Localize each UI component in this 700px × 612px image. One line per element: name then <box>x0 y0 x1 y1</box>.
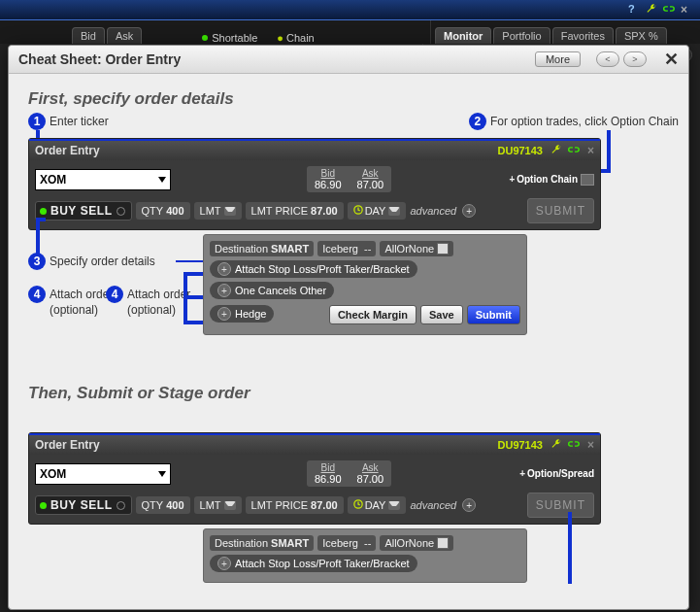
hedge-button[interactable]: +Hedge <box>210 305 274 323</box>
chain-link-icon[interactable] <box>663 3 677 17</box>
destination-select[interactable]: Destination SMART <box>210 535 314 551</box>
help-icon[interactable]: ? <box>628 3 642 17</box>
option-spread-button[interactable]: +Option/Spread <box>519 468 594 479</box>
attach-stop-loss-button[interactable]: +Attach Stop Loss/Proft Taker/Bracket <box>210 260 417 278</box>
order-entry-panel: Order Entry DU97143 × XOM <box>28 138 601 230</box>
order-type-select[interactable]: LMT <box>194 202 242 220</box>
step-4-sublabel: (optional) <box>50 303 113 317</box>
attach-stop-loss-button[interactable]: +Attach Stop Loss/Proft Taker/Bracket <box>210 555 417 572</box>
check-margin-button[interactable]: Check Margin <box>329 305 417 324</box>
sheet-title: Cheat Sheet: Order Entry <box>18 51 181 67</box>
close-button[interactable]: ✕ <box>664 49 679 70</box>
destination-select[interactable]: Destination SMART <box>210 241 314 256</box>
save-button[interactable]: Save <box>420 305 463 324</box>
sheet-body[interactable]: First, specify order details 1 Enter tic… <box>9 74 688 612</box>
limit-price-field[interactable]: LMT PRICE 87.00 <box>246 496 344 514</box>
step-3-label: Specify order details <box>50 255 155 268</box>
advanced-panel-2: Destination SMART Iceberg -- AllOrNone +… <box>203 528 527 583</box>
order-entry-panel-2: Order Entry DU97143 × XOM <box>28 432 601 525</box>
sheet-header: Cheat Sheet: Order Entry More < > ✕ <box>9 46 688 74</box>
limit-price-field[interactable]: LMT PRICE 87.00 <box>246 202 344 220</box>
qty-field[interactable]: QTY 400 <box>136 202 190 220</box>
step-4-badge-dup: 4 <box>106 286 123 303</box>
submit-button[interactable]: SUBMIT <box>527 198 594 223</box>
buy-sell-toggle[interactable]: BUY SELL <box>35 201 132 221</box>
sell-radio-icon <box>117 501 125 510</box>
bid-ask-display: Bid86.90 Ask87.00 <box>307 460 391 487</box>
more-button[interactable]: More <box>535 51 581 67</box>
chain-link-icon[interactable] <box>568 438 582 452</box>
step-2-label: For option trades, click Option Chain <box>490 115 679 128</box>
clock-icon <box>353 205 365 217</box>
cheat-sheet-window: Cheat Sheet: Order Entry More < > ✕ Firs… <box>8 45 689 610</box>
buy-radio-icon <box>40 502 47 509</box>
panel-title: Order Entry <box>35 438 100 452</box>
clock-icon <box>353 499 365 511</box>
chain-link-icon[interactable] <box>568 144 582 157</box>
chain-toggle[interactable]: ●Chain <box>277 32 314 44</box>
buy-radio-icon <box>40 208 47 215</box>
iceberg-field[interactable]: Iceberg -- <box>317 241 376 256</box>
tab-ask[interactable]: Ask <box>107 27 142 44</box>
tab-spx[interactable]: SPX % <box>616 27 667 44</box>
panel-title: Order Entry <box>35 144 100 157</box>
caret-down-icon <box>158 471 166 477</box>
buy-sell-toggle[interactable]: BUY SELL <box>35 495 132 515</box>
allornone-checkbox[interactable]: AllOrNone <box>380 535 453 551</box>
option-chain-button[interactable]: +Option Chain <box>509 174 594 186</box>
close-icon[interactable]: × <box>681 3 694 17</box>
wrench-icon[interactable] <box>550 438 564 452</box>
order-type-select[interactable]: LMT <box>194 496 242 514</box>
panel-close-icon[interactable]: × <box>587 438 594 452</box>
caret-down-icon <box>158 177 166 183</box>
submit-button[interactable]: SUBMIT <box>527 493 594 518</box>
advanced-toggle[interactable]: advanced <box>410 499 456 511</box>
step-1-label: Enter ticker <box>50 115 109 128</box>
plus-icon[interactable]: + <box>462 204 476 218</box>
tab-monitor[interactable]: Monitor <box>435 27 491 44</box>
step-4-label: Attach order <box>50 288 113 301</box>
plus-icon[interactable]: + <box>462 498 476 512</box>
advanced-panel: Destination SMART Iceberg -- AllOrNone +… <box>203 234 527 335</box>
panel-close-icon[interactable]: × <box>587 144 594 157</box>
step-2-badge: 2 <box>469 113 486 130</box>
tab-portfolio[interactable]: Portfolio <box>493 27 550 44</box>
window-top-bar: ? × <box>0 0 700 20</box>
tif-select[interactable]: DAY <box>348 496 407 514</box>
account-number: DU97143 <box>498 145 543 156</box>
account-number: DU97143 <box>498 439 543 451</box>
advanced-toggle[interactable]: advanced <box>410 205 456 217</box>
tab-bid[interactable]: Bid <box>72 27 105 44</box>
oco-button[interactable]: +One Cancels Other <box>210 282 334 299</box>
tif-select[interactable]: DAY <box>348 202 407 220</box>
wrench-icon[interactable] <box>646 3 659 17</box>
ticker-input[interactable]: XOM <box>35 169 171 190</box>
section-heading-2: Then, Submit or Stage order <box>28 384 669 403</box>
step-1-badge: 1 <box>28 113 46 130</box>
qty-field[interactable]: QTY 400 <box>136 496 190 514</box>
shortable-indicator: Shortable <box>202 32 257 44</box>
ticker-input[interactable]: XOM <box>35 463 171 485</box>
wrench-icon[interactable] <box>550 144 564 157</box>
prev-button[interactable]: < <box>596 51 619 67</box>
adv-submit-button[interactable]: Submit <box>467 305 520 324</box>
bid-ask-display: Bid86.90 Ask87.00 <box>307 166 391 192</box>
iceberg-field[interactable]: Iceberg -- <box>317 535 376 551</box>
tab-favorites[interactable]: Favorites <box>552 27 614 44</box>
step-4-badge: 4 <box>28 286 46 303</box>
next-button[interactable]: > <box>623 51 647 67</box>
section-heading-1: First, specify order details <box>28 89 669 109</box>
sell-radio-icon <box>117 207 125 216</box>
dot-icon <box>202 35 208 41</box>
allornone-checkbox[interactable]: AllOrNone <box>380 241 453 256</box>
